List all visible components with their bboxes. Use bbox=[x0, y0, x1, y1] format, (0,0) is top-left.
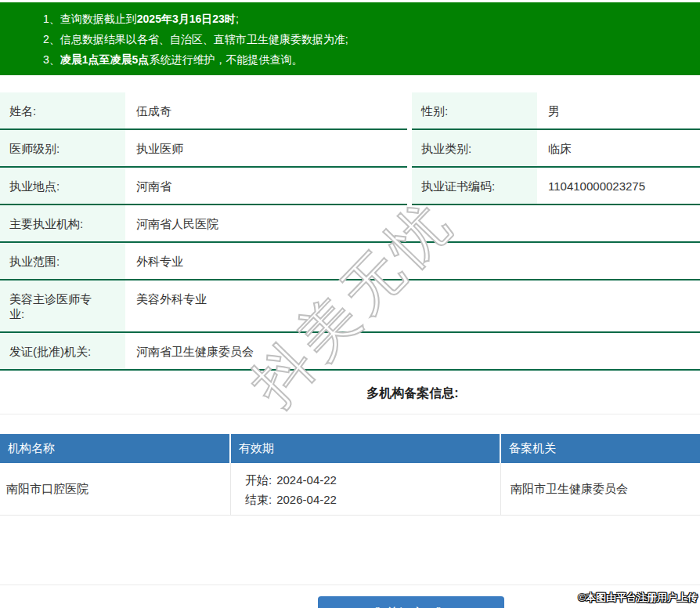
notice-line-1: 1、查询数据截止到2025年3月16日23时; bbox=[43, 9, 692, 29]
validity-start: 开始:2024-04-22 bbox=[245, 470, 496, 490]
notice-line-3: 3、凌晨1点至凌晨5点系统进行维护，不能提供查询。 bbox=[43, 49, 692, 70]
field-label-issuing-authority: 发证(批准)机关: bbox=[0, 333, 125, 369]
field-label-practice-place: 执业地点: bbox=[0, 168, 125, 204]
info-row-issuing-authority: 发证(批准)机关: 河南省卫生健康委员会 bbox=[0, 333, 700, 371]
field-label-name: 姓名: bbox=[0, 92, 125, 128]
field-value-cosmetic-specialty: 美容外科专业 bbox=[125, 280, 700, 331]
validity-cell: 开始:2024-04-22 结束:2026-04-22 bbox=[231, 463, 501, 516]
field-label-doctor-level: 医师级别: bbox=[0, 130, 125, 166]
notice-number: 2、 bbox=[43, 33, 60, 45]
notice-line-2: 2、信息数据结果以各省、自治区、直辖市卫生健康委数据为准; bbox=[43, 29, 692, 49]
license-query-result-page: 1、查询数据截止到2025年3月16日23时; 2、信息数据结果以各省、自治区、… bbox=[0, 0, 700, 608]
info-row-level-category: 医师级别: 执业医师 执业类别: 临床 bbox=[0, 130, 700, 168]
info-row-place-certno: 执业地点: 河南省 执业证书编码: 110410000023275 bbox=[0, 168, 700, 205]
practitioner-info-table: 姓名: 伍成奇 性别: 男 医师级别: 执业医师 执业类别: 临床 执业地点: … bbox=[0, 92, 700, 371]
notice-number: 1、 bbox=[43, 13, 60, 25]
notice-number: 3、 bbox=[43, 53, 60, 66]
field-value-name: 伍成奇 bbox=[125, 92, 407, 128]
notice-banner: 1、查询数据截止到2025年3月16日23时; 2、信息数据结果以各省、自治区、… bbox=[0, 2, 700, 75]
column-header-validity: 有效期 bbox=[231, 434, 501, 463]
field-label-certificate-no: 执业证书编码: bbox=[412, 168, 537, 204]
field-value-practice-category: 临床 bbox=[537, 130, 700, 166]
field-label-main-institution: 主要执业机构: bbox=[0, 205, 125, 241]
field-value-main-institution: 河南省人民医院 bbox=[125, 205, 700, 241]
info-row-main-institution: 主要执业机构: 河南省人民医院 bbox=[0, 205, 700, 243]
field-value-issuing-authority: 河南省卫生健康委员会 bbox=[125, 333, 700, 369]
field-value-gender: 男 bbox=[537, 92, 700, 128]
bottom-divider bbox=[0, 584, 700, 585]
field-value-practice-place: 河南省 bbox=[125, 168, 407, 204]
info-row-cosmetic-specialty: 美容主诊医师专业: 美容外科专业 bbox=[0, 280, 700, 333]
validity-end: 结束:2026-04-22 bbox=[245, 490, 496, 509]
info-row-practice-scope: 执业范围: 外科专业 bbox=[0, 243, 700, 280]
field-label-practice-category: 执业类别: bbox=[412, 130, 537, 166]
info-row-name-gender: 姓名: 伍成奇 性别: 男 bbox=[0, 92, 700, 130]
column-header-record-authority: 备案机关 bbox=[501, 434, 700, 463]
close-window-button[interactable]: 〖关闭窗口〗 bbox=[318, 596, 504, 608]
record-authority-cell: 南阳市卫生健康委员会 bbox=[501, 463, 700, 516]
uploader-stamp: ©本图由平台注册用户上传 bbox=[578, 591, 698, 605]
field-value-doctor-level: 执业医师 bbox=[125, 130, 407, 166]
field-value-certificate-no: 110410000023275 bbox=[537, 168, 700, 204]
registry-header-row: 机构名称 有效期 备案机关 bbox=[0, 434, 700, 463]
multi-org-section-title: 多机构备案信息: bbox=[0, 371, 700, 414]
field-label-gender: 性别: bbox=[412, 92, 537, 128]
registry-data-row: 南阳市口腔医院 开始:2024-04-22 结束:2026-04-22 南阳市卫… bbox=[0, 463, 700, 516]
field-label-practice-scope: 执业范围: bbox=[0, 243, 125, 279]
org-name-cell: 南阳市口腔医院 bbox=[0, 463, 231, 516]
field-label-cosmetic-specialty: 美容主诊医师专业: bbox=[0, 280, 125, 331]
field-value-practice-scope: 外科专业 bbox=[125, 243, 700, 279]
registry-table: 机构名称 有效期 备案机关 南阳市口腔医院 开始:2024-04-22 结束:2… bbox=[0, 434, 700, 516]
column-header-org-name: 机构名称 bbox=[0, 434, 231, 463]
